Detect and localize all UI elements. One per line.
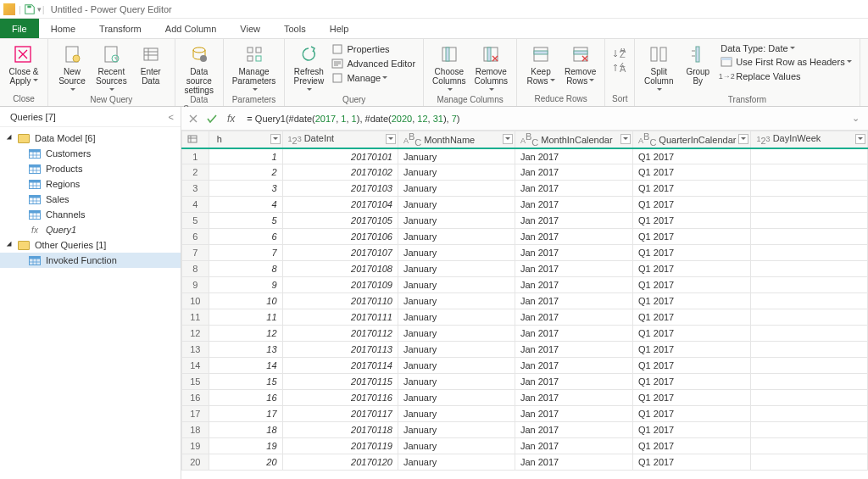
row-number[interactable]: 19	[182, 438, 209, 454]
row-number[interactable]: 15	[182, 374, 209, 390]
row-number[interactable]: 11	[182, 309, 209, 326]
cell[interactable]: 20170116	[282, 390, 398, 406]
cell[interactable]: Q1 2017	[633, 326, 751, 342]
cell[interactable]: Q1 2017	[633, 358, 751, 374]
cell[interactable]: Jan 2017	[515, 293, 632, 309]
cell[interactable]: Jan 2017	[515, 164, 632, 181]
cell[interactable]: 10	[209, 293, 282, 309]
row-number[interactable]: 4	[182, 197, 209, 213]
recent-sources-button[interactable]: Recent Sources	[92, 41, 131, 95]
cell[interactable]: 20170111	[282, 309, 398, 326]
cell[interactable]: January	[398, 358, 515, 374]
append-queries-button[interactable]: Append Q	[865, 57, 868, 70]
column-header[interactable]: ABCMonthInCalendar	[515, 131, 632, 148]
row-number[interactable]: 2	[182, 164, 209, 181]
cell[interactable]	[751, 326, 868, 342]
cell[interactable]: Jan 2017	[515, 277, 632, 293]
cell[interactable]: 20170105	[282, 213, 398, 229]
column-header[interactable]: ABCMonthName	[398, 131, 515, 148]
cell[interactable]: January	[398, 326, 515, 342]
cell[interactable]: 20170104	[282, 197, 398, 213]
cell[interactable]: 20170114	[282, 358, 398, 374]
tab-file[interactable]: File	[0, 19, 39, 38]
cell[interactable]	[751, 197, 868, 213]
cell[interactable]: Jan 2017	[515, 181, 632, 197]
cell[interactable]	[751, 454, 868, 471]
row-number[interactable]: 9	[182, 277, 209, 293]
query-item[interactable]: Products	[0, 161, 181, 176]
row-number[interactable]: 20	[182, 454, 209, 471]
cell[interactable]: Q1 2017	[633, 309, 751, 326]
column-filter-icon[interactable]	[270, 134, 281, 144]
cell[interactable]: 1	[209, 148, 282, 164]
cell[interactable]: 16	[209, 390, 282, 406]
cell[interactable]: 4	[209, 197, 282, 213]
cell[interactable]	[751, 422, 868, 438]
query-item-fx[interactable]: fxQuery1	[0, 222, 181, 237]
cell[interactable]: Q1 2017	[633, 213, 751, 229]
cell[interactable]: January	[398, 245, 515, 261]
properties-button[interactable]: Properties	[329, 42, 418, 56]
cell[interactable]: Jan 2017	[515, 197, 632, 213]
save-icon[interactable]	[24, 3, 36, 15]
cell[interactable]: 14	[209, 358, 282, 374]
cell[interactable]	[751, 293, 868, 309]
cell[interactable]: Q1 2017	[633, 454, 751, 471]
row-number[interactable]: 18	[182, 422, 209, 438]
cell[interactable]: Jan 2017	[515, 406, 632, 422]
cell[interactable]: Jan 2017	[515, 358, 632, 374]
data-source-settings-button[interactable]: Data source settings	[181, 41, 218, 95]
enter-data-button[interactable]: Enter Data	[132, 41, 170, 86]
cell[interactable]: January	[398, 164, 515, 181]
cell[interactable]: January	[398, 229, 515, 245]
row-number[interactable]: 12	[182, 326, 209, 342]
row-number[interactable]: 10	[182, 293, 209, 309]
manage-parameters-button[interactable]: Manage Parameters	[229, 41, 280, 95]
cell[interactable]: 17	[209, 406, 282, 422]
cell[interactable]: January	[398, 422, 515, 438]
cell[interactable]: 20170110	[282, 293, 398, 309]
cell[interactable]: 20170118	[282, 422, 398, 438]
cell[interactable]: 20170103	[282, 181, 398, 197]
cell[interactable]: Jan 2017	[515, 261, 632, 277]
tab-add-column[interactable]: Add Column	[153, 19, 229, 38]
column-filter-icon[interactable]	[855, 134, 865, 144]
row-number[interactable]: 5	[182, 213, 209, 229]
cell[interactable]: Jan 2017	[515, 342, 632, 358]
cell[interactable]: January	[398, 293, 515, 309]
cell[interactable]	[751, 181, 868, 197]
cell[interactable]: January	[398, 181, 515, 197]
cell[interactable]: 20	[209, 454, 282, 471]
merge-queries-button[interactable]: Merge Qu	[865, 42, 868, 56]
cell[interactable]	[751, 213, 868, 229]
remove-columns-button[interactable]: Remove Columns	[471, 41, 511, 95]
cell[interactable]: January	[398, 374, 515, 390]
cell[interactable]: Q1 2017	[633, 164, 751, 181]
sort-asc-button[interactable]: AZ	[610, 47, 629, 61]
cell[interactable]: 20170108	[282, 261, 398, 277]
cell[interactable]: 5	[209, 213, 282, 229]
cell[interactable]: 20170102	[282, 164, 398, 181]
row-number[interactable]: 17	[182, 406, 209, 422]
cell[interactable]: 20170113	[282, 342, 398, 358]
split-column-button[interactable]: Split Column	[640, 41, 677, 95]
row-number[interactable]: 3	[182, 181, 209, 197]
cell[interactable]: January	[398, 261, 515, 277]
cell[interactable]: Jan 2017	[515, 438, 632, 454]
cell[interactable]: Q1 2017	[633, 148, 751, 164]
data-type-button[interactable]: Data Type: Date	[718, 42, 854, 54]
query-item[interactable]: Regions	[0, 176, 181, 192]
manage-button[interactable]: Manage	[329, 71, 418, 85]
data-grid[interactable]: h123DateIntABCMonthNameABCMonthInCalenda…	[181, 131, 868, 479]
cell[interactable]: 8	[209, 261, 282, 277]
cell[interactable]: 20170117	[282, 406, 398, 422]
cell[interactable]	[751, 261, 868, 277]
cell[interactable]: 7	[209, 245, 282, 261]
cell[interactable]: 13	[209, 342, 282, 358]
column-header[interactable]: 123DayInWeek	[751, 131, 868, 148]
query-item[interactable]: Channels	[0, 207, 181, 222]
column-header[interactable]: ABCQuarterInCalendar	[633, 131, 751, 148]
close-apply-button[interactable]: Close & Apply	[5, 41, 42, 86]
cell[interactable]: 11	[209, 309, 282, 326]
query-item[interactable]: Sales	[0, 192, 181, 207]
